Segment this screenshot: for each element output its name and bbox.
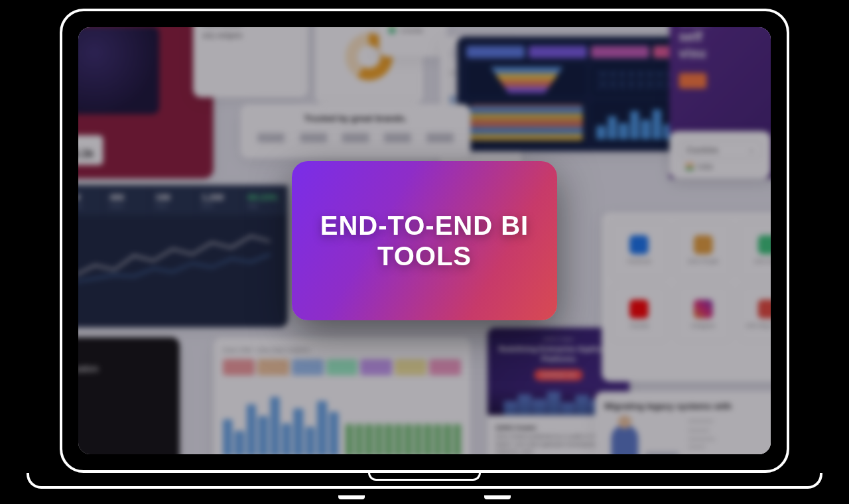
feature-row[interactable]: ics bbox=[78, 390, 170, 409]
metrics-row: 22MRevenue 496Orders 198Users 1,269Items… bbox=[78, 185, 288, 215]
line-chart-icon bbox=[78, 223, 280, 288]
download-button[interactable]: Download now bbox=[534, 369, 583, 380]
card-dark-analytics: 22MRevenue 496Orders 198Users 1,269Items… bbox=[78, 185, 288, 327]
trusted-heading: Trusted by great brands. bbox=[250, 113, 461, 123]
laptop-base bbox=[27, 473, 822, 495]
small-bar-chart bbox=[346, 382, 461, 454]
promo-heading: Gain self visu bbox=[679, 27, 771, 61]
stat-badge: 1k 245.1k bbox=[78, 135, 103, 165]
metric-cell: 69.23%Rate bbox=[242, 185, 288, 215]
app-tile[interactable]: Zoho Desk bbox=[740, 221, 771, 277]
swatch-icon bbox=[389, 27, 395, 34]
chip[interactable] bbox=[395, 359, 426, 375]
chip[interactable] bbox=[361, 359, 393, 375]
heatmap-icon bbox=[466, 101, 587, 145]
cluster-tab[interactable] bbox=[466, 46, 525, 58]
metric-cell: 1,269Items bbox=[196, 185, 243, 215]
chip[interactable] bbox=[429, 359, 461, 375]
card-black-features: zalization ics ds bbox=[78, 338, 180, 454]
cluster-tab[interactable] bbox=[529, 46, 587, 58]
promo-cta-button[interactable] bbox=[679, 73, 706, 88]
instagram-icon bbox=[694, 299, 713, 318]
chip[interactable] bbox=[326, 359, 358, 375]
chevron-down-icon: ⌄ bbox=[748, 145, 754, 154]
person-laptop-illustration-icon bbox=[604, 418, 679, 454]
light-title: Zone CRM · New Data Analytics bbox=[223, 347, 461, 353]
creator-brand: ZOHO Creator bbox=[495, 424, 537, 430]
youtube-icon bbox=[629, 299, 649, 318]
app-tile[interactable]: Zoho Bug Tracker bbox=[740, 286, 771, 342]
globe-map bbox=[78, 27, 159, 114]
stat-value: 245.1k bbox=[78, 147, 94, 158]
card-trusted-brands: Trusted by great brands. bbox=[241, 104, 471, 158]
small-bar-chart bbox=[223, 382, 338, 454]
migrate-title: Migrating legacy systems with bbox=[604, 401, 771, 411]
chip[interactable] bbox=[257, 359, 289, 375]
countries-dropdown[interactable]: Countries ⌄ bbox=[679, 141, 761, 159]
app-tile[interactable]: Instagram bbox=[675, 286, 731, 342]
feature-row[interactable]: zalization bbox=[78, 359, 170, 379]
chip[interactable] bbox=[223, 359, 255, 375]
legend-row: Australia bbox=[389, 27, 437, 34]
card-light-analytics: Zone CRM · New Data Analytics bbox=[214, 338, 471, 454]
hero-title: END-TO-END BI TOOLS bbox=[292, 210, 557, 271]
brand-logo-icon bbox=[426, 133, 454, 143]
bug-tracker-icon bbox=[758, 299, 771, 318]
brand-logo-icon bbox=[300, 133, 327, 143]
stat-label: 1k bbox=[78, 141, 94, 147]
widgets-line2: arty widgets bbox=[202, 31, 298, 39]
brand-logo-icon bbox=[342, 133, 369, 143]
hero-badge: END-TO-END BI TOOLS bbox=[292, 161, 557, 320]
chip-row bbox=[223, 359, 461, 375]
screen-bezel: 1k 245.1k ustomizable arty widgets Italy… bbox=[60, 9, 789, 473]
laptop-frame: 1k 245.1k ustomizable arty widgets Italy… bbox=[27, 9, 822, 495]
people-icon bbox=[694, 235, 713, 255]
funnel-chart-icon bbox=[466, 64, 587, 97]
line-chart bbox=[78, 215, 288, 296]
feature-row[interactable]: ds bbox=[78, 421, 170, 440]
metric-cell: 22MRevenue bbox=[78, 185, 104, 215]
card-migrate: Migrating legacy systems with ▪▪▪▪▪▪▪▪▪▪… bbox=[595, 391, 771, 454]
chip[interactable] bbox=[292, 359, 324, 375]
brand-logo-icon bbox=[384, 133, 411, 143]
trackpad-notch-icon bbox=[368, 473, 481, 481]
brand-logo-icon bbox=[257, 133, 285, 143]
card-widgets-text: ustomizable arty widgets bbox=[193, 27, 308, 97]
metric-cell: 198Users bbox=[150, 185, 196, 215]
app-tile[interactable]: Facebook bbox=[612, 221, 667, 277]
cluster-tab[interactable] bbox=[591, 46, 649, 58]
country-option[interactable]: India bbox=[679, 159, 761, 174]
card-apps-grid: Facebook Zoho People Zoho Desk Youtube I… bbox=[602, 212, 771, 381]
card-legend: Italy USA Australia bbox=[379, 27, 447, 57]
desk-icon bbox=[758, 235, 771, 255]
card-countries-select: Countries ⌄ India bbox=[669, 131, 771, 178]
metric-cell: 496Orders bbox=[104, 185, 151, 215]
facebook-icon bbox=[629, 235, 649, 255]
screen: 1k 245.1k ustomizable arty widgets Italy… bbox=[78, 27, 771, 454]
app-tile[interactable]: Zoho People bbox=[675, 221, 731, 277]
flag-india-icon bbox=[686, 164, 694, 170]
app-tile[interactable]: Youtube bbox=[612, 286, 667, 342]
